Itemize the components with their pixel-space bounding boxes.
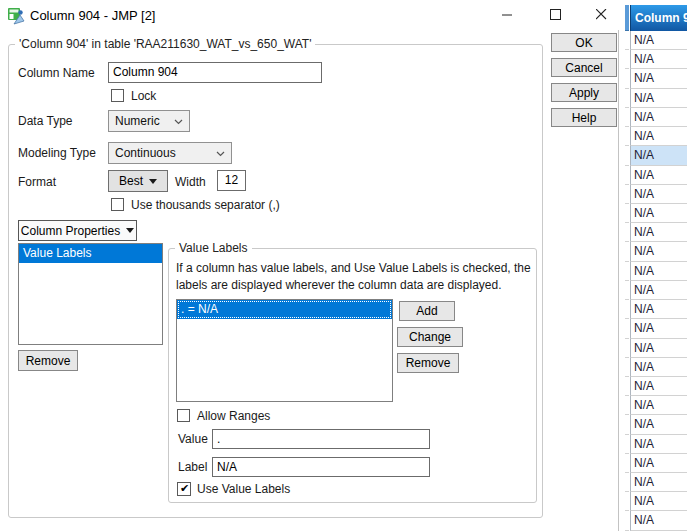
adjacent-table-row [625, 262, 629, 281]
table-row[interactable]: N/A [630, 204, 687, 223]
titlebar[interactable]: Column 904 - JMP [2] [0, 0, 619, 30]
help-button[interactable]: Help [551, 108, 617, 127]
maximize-button[interactable] [537, 0, 573, 29]
cancel-button[interactable]: Cancel [551, 58, 617, 77]
adjacent-table-row [625, 89, 629, 108]
ok-button[interactable]: OK [551, 33, 617, 52]
table-row[interactable]: N/A [630, 185, 687, 204]
table-row[interactable]: N/A [630, 89, 687, 108]
remove-property-button[interactable]: Remove [18, 350, 78, 371]
format-best-label: Best [119, 174, 143, 188]
label-input[interactable]: N/A [212, 457, 430, 477]
format-best-dropdown[interactable]: Best [108, 170, 168, 192]
close-button[interactable] [583, 0, 619, 29]
column-name-input[interactable]: Column 904 [108, 62, 322, 83]
table-row[interactable]: N/A [630, 242, 687, 261]
table-row[interactable]: N/A [630, 319, 687, 338]
table-row[interactable]: N/A [630, 300, 687, 319]
list-item[interactable]: Value Labels [19, 244, 162, 263]
table-row[interactable]: N/A [630, 473, 687, 492]
chevron-down-icon [216, 146, 225, 160]
table-row[interactable]: N/A [630, 127, 687, 146]
data-type-select[interactable]: Numeric [108, 110, 190, 132]
value-labels-description-line2: labels are displayed wherever the column… [176, 278, 502, 292]
adjacent-column-edge [625, 5, 629, 531]
value-label-item[interactable]: . = N/A [177, 300, 392, 319]
data-type-value: Numeric [115, 114, 170, 128]
table-row[interactable]: N/A [630, 69, 687, 88]
table-row[interactable]: N/A [630, 223, 687, 242]
adjacent-table-row [625, 223, 629, 242]
adjacent-table-row [625, 473, 629, 492]
table-row[interactable]: N/A [630, 396, 687, 415]
add-button[interactable]: Add [399, 301, 455, 321]
minimize-button[interactable] [489, 0, 525, 29]
window-title: Column 904 - JMP [2] [30, 8, 155, 23]
properties-listbox[interactable]: Value Labels [18, 243, 163, 345]
thousands-separator-checkbox[interactable] [111, 198, 124, 211]
adjacent-table-row [625, 377, 629, 396]
table-row[interactable]: N/A [630, 31, 687, 50]
table-rows: N/AN/AN/AN/AN/AN/AN/AN/AN/AN/AN/AN/AN/AN… [630, 31, 687, 531]
dropdown-arrow-icon [126, 228, 134, 233]
adjacent-table-row [625, 454, 629, 473]
value-input[interactable]: . [212, 429, 430, 449]
value-labels-listbox[interactable]: . = N/A [176, 299, 393, 402]
adjacent-column-rows [625, 31, 629, 531]
adjacent-column-header [625, 5, 629, 31]
adjacent-table-row [625, 50, 629, 69]
lock-checkbox[interactable] [111, 89, 124, 102]
adjacent-table-row [625, 108, 629, 127]
adjacent-table-row [625, 435, 629, 454]
lock-label: Lock [131, 89, 156, 103]
column-header-cell[interactable]: Column 904 [630, 5, 687, 31]
table-row[interactable]: N/A [630, 492, 687, 511]
close-icon [596, 9, 607, 20]
data-table-column: Column 904 N/AN/AN/AN/AN/AN/AN/AN/AN/AN/… [630, 5, 687, 531]
change-button[interactable]: Change [397, 327, 463, 347]
label-field-label: Label [178, 460, 207, 474]
use-value-labels-checkbox[interactable] [177, 482, 191, 496]
column-properties-button[interactable]: Column Properties [18, 220, 137, 241]
thousands-separator-label: Use thousands separator (,) [131, 198, 280, 212]
table-row[interactable]: N/A [630, 50, 687, 69]
table-row[interactable]: N/A [630, 415, 687, 434]
width-input[interactable]: 12 [217, 170, 246, 191]
adjacent-table-row [625, 127, 629, 146]
table-row[interactable]: N/A [630, 339, 687, 358]
table-row[interactable]: N/A [630, 377, 687, 396]
table-row[interactable]: N/A [630, 108, 687, 127]
adjacent-table-row [625, 300, 629, 319]
adjacent-table-row [625, 242, 629, 261]
table-row[interactable]: N/A [630, 262, 687, 281]
table-row[interactable]: N/A [630, 511, 687, 530]
adjacent-table-row [625, 185, 629, 204]
table-row[interactable]: N/A [630, 358, 687, 377]
chevron-down-icon [174, 114, 183, 128]
table-row[interactable]: N/A [630, 435, 687, 454]
format-label: Format [18, 175, 56, 189]
apply-button[interactable]: Apply [551, 83, 617, 102]
remove-value-label-button[interactable]: Remove [397, 353, 459, 373]
data-type-label: Data Type [18, 114, 72, 128]
allow-ranges-label: Allow Ranges [197, 409, 270, 423]
modeling-type-select[interactable]: Continuous [108, 142, 232, 164]
adjacent-table-row [625, 146, 629, 165]
allow-ranges-checkbox[interactable] [177, 409, 190, 422]
table-row[interactable]: N/A [630, 146, 687, 165]
value-labels-description-line1: If a column has value labels, and Use Va… [176, 261, 531, 275]
value-field-label: Value [178, 432, 208, 446]
adjacent-table-row [625, 31, 629, 50]
adjacent-table-row [625, 415, 629, 434]
table-row[interactable]: N/A [630, 166, 687, 185]
adjacent-table-row [625, 319, 629, 338]
adjacent-table-row [625, 204, 629, 223]
use-value-labels-label: Use Value Labels [197, 482, 290, 496]
value-labels-group-title: Value Labels [175, 241, 252, 255]
dropdown-arrow-icon [149, 179, 157, 184]
table-row[interactable]: N/A [630, 281, 687, 300]
adjacent-table-row [625, 396, 629, 415]
adjacent-table-row [625, 511, 629, 530]
adjacent-table-row [625, 69, 629, 88]
table-row[interactable]: N/A [630, 454, 687, 473]
